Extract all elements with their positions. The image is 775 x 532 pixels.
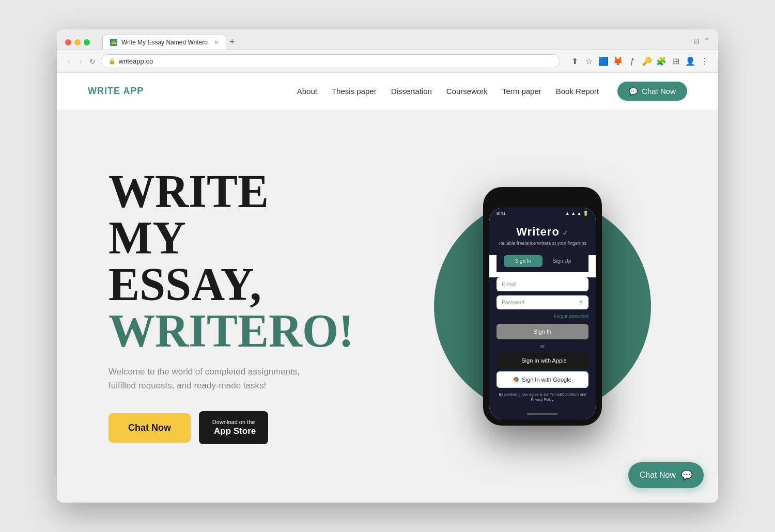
- hero-section: WRITE MY ESSAY, WRITERO! Welcome to the …: [57, 110, 718, 503]
- site-nav: WRITE APP About Thesis paper Dissertatio…: [57, 73, 718, 110]
- hero-chat-now-button[interactable]: Chat Now: [109, 413, 191, 443]
- window-controls: [65, 39, 90, 45]
- nav-chat-now-button[interactable]: 💬 Chat Now: [617, 82, 687, 101]
- firefox-icon[interactable]: 🦊: [613, 56, 623, 66]
- nav-chat-now-label: Chat Now: [642, 87, 676, 96]
- hero-title-line1: WRITE: [109, 168, 398, 215]
- forgot-password-link[interactable]: Forgot password: [497, 314, 588, 319]
- minimize-icon[interactable]: ⊟: [693, 37, 700, 45]
- phone-password-input[interactable]: Password 👁: [497, 295, 588, 309]
- hero-title-line3: ESSAY,: [109, 261, 398, 308]
- url-text: writeapp.co: [119, 57, 153, 65]
- reload-button[interactable]: ↻: [89, 57, 96, 66]
- phone-outer: 9:41 ▲ ▲ ▲ 🔋 Writero ✓ Reliable freelanc…: [483, 187, 602, 426]
- address-bar: ‹ › ↻ 🔒 writeapp.co ⬆ ☆ 🟦 🦊 ƒ 🔑 🧩 ⊞ 👤 ⋮: [57, 50, 718, 73]
- hero-right: 9:41 ▲ ▲ ▲ 🔋 Writero ✓ Reliable freelanc…: [398, 187, 687, 426]
- tab-title: Write My Essay Named Writero: [121, 39, 208, 46]
- profile-icon[interactable]: 👤: [685, 56, 695, 66]
- forward-button[interactable]: ›: [77, 56, 84, 67]
- nav-about[interactable]: About: [297, 87, 317, 96]
- phone-tab-signup[interactable]: Sign Up: [542, 255, 581, 267]
- hero-subtitle: Welcome to the world of completed assign…: [109, 365, 315, 393]
- phone-email-input[interactable]: E-mail: [497, 277, 588, 291]
- nav-dissertation[interactable]: Dissertation: [391, 87, 432, 96]
- extension2-icon[interactable]: ƒ: [627, 57, 638, 66]
- floating-chat-button[interactable]: Chat Now 💬: [628, 462, 704, 488]
- phone-terms: By continuing, you agree to our Terms&Co…: [497, 392, 588, 402]
- nav-links: About Thesis paper Dissertation Coursewo…: [297, 82, 687, 101]
- maximize-dot[interactable]: [84, 39, 90, 45]
- phone-google-signin-button[interactable]: Sign In with Google: [497, 371, 588, 388]
- extension1-icon[interactable]: 🟦: [598, 56, 609, 66]
- phone-form: E-mail Password 👁 Forgot password Sign I…: [489, 277, 596, 410]
- new-tab-button[interactable]: +: [229, 37, 235, 50]
- floating-chat-label: Chat Now: [640, 471, 676, 480]
- phone-tab-signin[interactable]: Sign In: [504, 255, 542, 267]
- back-button[interactable]: ‹: [65, 56, 72, 67]
- tab-controls: ⊟ ⌃: [693, 37, 710, 48]
- lock-icon: 🔒: [109, 58, 116, 65]
- phone-signin-button[interactable]: Sign In: [497, 324, 588, 339]
- app-leaf-icon: ✓: [560, 229, 569, 237]
- appstore-button[interactable]: Download on the App Store: [199, 411, 268, 444]
- phone-status-bar: 9:41 ▲ ▲ ▲ 🔋: [489, 208, 596, 218]
- appstore-small-text: Download on the: [212, 418, 255, 426]
- phone-or-text: or: [497, 343, 588, 349]
- puzzle-icon[interactable]: 🧩: [656, 56, 667, 66]
- hero-buttons: Chat Now Download on the App Store: [109, 411, 398, 444]
- menu-icon[interactable]: ⋮: [700, 56, 710, 66]
- close-dot[interactable]: [65, 39, 71, 45]
- hero-title: WRITE MY ESSAY, WRITERO!: [109, 168, 398, 354]
- appstore-big-text: App Store: [211, 426, 256, 437]
- phone-signal: ▲ ▲ ▲ 🔋: [565, 211, 588, 216]
- phone-time: 9:41: [497, 211, 506, 216]
- google-icon: [514, 377, 519, 382]
- nav-term[interactable]: Term paper: [502, 87, 541, 96]
- sidebar-icon[interactable]: ⊞: [671, 56, 681, 66]
- title-bar: Write My Essay Named Writero ✕ + ⊟ ⌃: [57, 29, 718, 50]
- hero-left: WRITE MY ESSAY, WRITERO! Welcome to the …: [109, 168, 398, 445]
- phone-tabs: Sign In Sign Up: [497, 255, 588, 272]
- tab-favicon: [110, 39, 117, 46]
- star-icon[interactable]: ☆: [584, 56, 594, 66]
- phone-notch: [522, 193, 563, 204]
- nav-thesis[interactable]: Thesis paper: [332, 87, 377, 96]
- hero-title-line2: MY: [109, 215, 398, 261]
- site-logo[interactable]: WRITE APP: [88, 86, 144, 97]
- tab-close-button[interactable]: ✕: [214, 39, 219, 46]
- eye-icon: 👁: [579, 300, 583, 305]
- browser-window: Write My Essay Named Writero ✕ + ⊟ ⌃ ‹ ›…: [57, 29, 718, 503]
- phone-apple-signin-button[interactable]: Sign In with Apple: [497, 353, 588, 368]
- expand-icon[interactable]: ⌃: [704, 37, 710, 45]
- hero-title-line4: WRITERO!: [109, 308, 398, 354]
- extension3-icon[interactable]: 🔑: [642, 56, 652, 66]
- phone-app-name: Writero ✓: [497, 225, 588, 239]
- phone-app-tagline: Reliable freelance writers at your finge…: [497, 241, 588, 246]
- toolbar-icons: ⬆ ☆ 🟦 🦊 ƒ 🔑 🧩 ⊞ 👤 ⋮: [569, 56, 710, 66]
- share-icon[interactable]: ⬆: [569, 56, 580, 66]
- chat-bubble-icon: 💬: [629, 87, 638, 96]
- nav-coursework[interactable]: Coursework: [446, 87, 488, 96]
- phone-screen: 9:41 ▲ ▲ ▲ 🔋 Writero ✓ Reliable freelanc…: [489, 208, 596, 420]
- active-tab[interactable]: Write My Essay Named Writero ✕: [102, 35, 226, 50]
- url-bar[interactable]: 🔒 writeapp.co: [101, 54, 560, 68]
- floating-chat-icon: 💬: [681, 470, 692, 481]
- site-content: WRITE APP About Thesis paper Dissertatio…: [57, 73, 718, 503]
- phone-home-bar: [489, 409, 596, 419]
- minimize-dot[interactable]: [74, 39, 81, 45]
- phone-mockup: 9:41 ▲ ▲ ▲ 🔋 Writero ✓ Reliable freelanc…: [483, 187, 602, 426]
- phone-app-header: Writero ✓ Reliable freelance writers at …: [489, 218, 596, 255]
- nav-book[interactable]: Book Report: [556, 87, 599, 96]
- home-bar-indicator: [527, 413, 558, 415]
- tab-bar: Write My Essay Named Writero ✕ +: [102, 35, 687, 50]
